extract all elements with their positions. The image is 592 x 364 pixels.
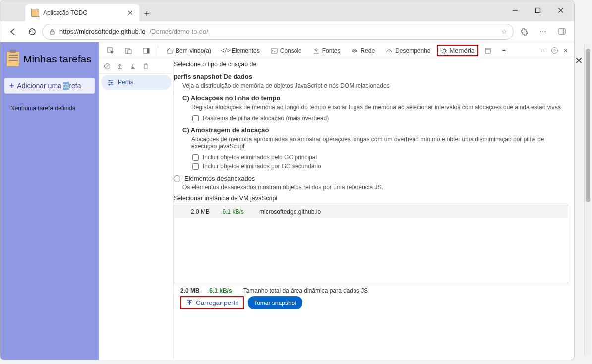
- svg-text:?: ?: [553, 48, 556, 53]
- sidebar-item-profiles[interactable]: Perfis: [101, 75, 171, 90]
- app-sidebar: Minhas tarefas + Adicionar uma tarefa Ne…: [0, 42, 99, 360]
- sampling-desc: Alocações de memória aproximadas ao amos…: [191, 136, 568, 150]
- svg-point-15: [443, 49, 446, 52]
- svg-point-24: [109, 84, 110, 86]
- upload-arrow-icon: [186, 300, 193, 306]
- url-path: /Demos/demo-to-do/: [149, 28, 208, 35]
- tab-title: Aplicação TODO: [43, 9, 123, 16]
- timeline-title: C) Alocações no linha do tempo: [182, 94, 568, 102]
- timeline-desc: Registar alocações de memória ao longo d…: [191, 104, 568, 111]
- sampling-minor-gc-checkbox[interactable]: Incluir objetos eliminados por GC secund…: [192, 163, 568, 170]
- tab-sources[interactable]: Fontes: [308, 42, 346, 59]
- svg-rect-1: [536, 8, 540, 13]
- heap-snapshot-title: perfis snapshot De dados: [174, 73, 568, 80]
- no-task-text: Nenhuma tarefa definida: [2, 99, 97, 118]
- footer-size: 2.0 MB: [180, 287, 200, 294]
- sampling-major-gc-checkbox[interactable]: Incluir objetos eliminados pelo GC princ…: [192, 154, 568, 161]
- tab-performance[interactable]: Desempenho: [381, 42, 435, 59]
- svg-point-14: [354, 52, 355, 53]
- refresh-button[interactable]: [23, 23, 40, 40]
- trash-icon[interactable]: [142, 62, 150, 70]
- tab-close-icon[interactable]: ✕: [127, 9, 133, 17]
- svg-point-22: [109, 80, 111, 82]
- heap-snapshot-desc: Veja a distribuição de memória de objeto…: [182, 82, 568, 89]
- download-icon[interactable]: [129, 62, 137, 70]
- sidebar-button[interactable]: [553, 23, 570, 40]
- browser-tab[interactable]: Aplicação TODO ✕: [25, 4, 139, 21]
- svg-rect-4: [50, 31, 54, 34]
- svg-rect-11: [147, 48, 149, 53]
- url-host: https://microsoftedge.github.io: [59, 28, 145, 35]
- tab-application[interactable]: [479, 42, 496, 59]
- plus-icon: +: [9, 81, 14, 90]
- new-tab-button[interactable]: +: [139, 6, 154, 21]
- footer-rate: 6.1 kB/s: [207, 287, 237, 294]
- scrollbar-thumb[interactable]: [586, 49, 590, 202]
- app-title: Minhas tarefas: [23, 53, 92, 65]
- favorite-icon[interactable]: ☆: [501, 28, 507, 35]
- outer-close-icon[interactable]: ✕: [575, 55, 583, 66]
- clipboard-icon: [6, 51, 19, 67]
- sampling-title: C) Amostragem de alocação: [182, 126, 568, 134]
- tab-memory-highlighted[interactable]: Memória: [437, 45, 479, 56]
- back-button[interactable]: [4, 23, 21, 40]
- svg-rect-16: [485, 48, 490, 53]
- vm-instance-row[interactable]: 2.0 MB 6.1 kB/s microsoftedge.github.io: [174, 205, 568, 218]
- svg-point-23: [111, 82, 113, 84]
- window-maximize-button[interactable]: [529, 3, 547, 17]
- devtools-help-button[interactable]: ?: [551, 47, 558, 54]
- tab-elements[interactable]: </>Elementos: [217, 42, 265, 59]
- svg-line-21: [105, 64, 109, 68]
- detached-desc: Os elementos desanexados mostram objetos…: [182, 184, 568, 191]
- tab-network[interactable]: Rede: [346, 42, 380, 59]
- vm-section-title: Selecionar instância de VM javaScript: [174, 195, 568, 202]
- select-type-label: Selecione o tipo de criação de: [174, 61, 568, 68]
- clear-icon[interactable]: [103, 62, 111, 70]
- detached-elements-radio[interactable]: Elementos desanexados: [174, 175, 568, 182]
- lock-icon: [49, 28, 56, 35]
- vm-instance-list: 2.0 MB 6.1 kB/s microsoftedge.github.io: [174, 205, 568, 283]
- devtools-more-button[interactable]: ···: [541, 47, 546, 54]
- svg-rect-5: [559, 29, 565, 34]
- add-task-input[interactable]: + Adicionar uma tarefa: [4, 78, 95, 94]
- svg-rect-12: [271, 48, 277, 53]
- take-snapshot-button[interactable]: Tomar snapshot: [248, 296, 302, 309]
- clipboard-favicon-icon: [31, 9, 39, 17]
- inspect-button[interactable]: [102, 42, 119, 59]
- sliders-icon: [107, 79, 114, 86]
- tab-welcome[interactable]: Bem-vindo(a): [161, 42, 216, 59]
- dock-side-button[interactable]: [138, 42, 155, 59]
- timeline-stack-checkbox[interactable]: Rastreios de pilha de alocação (mais ove…: [192, 115, 568, 121]
- svg-point-13: [315, 49, 317, 51]
- outer-scrollbar[interactable]: [584, 44, 591, 356]
- window-close-button[interactable]: [551, 3, 570, 17]
- tab-console[interactable]: Console: [266, 42, 307, 59]
- menu-button[interactable]: ···: [534, 23, 551, 40]
- address-bar[interactable]: https://microsoftedge.github.io/Demos/de…: [42, 24, 514, 40]
- more-tabs-button[interactable]: +: [497, 42, 511, 59]
- load-profile-button[interactable]: Carregar perfil: [180, 296, 244, 309]
- devtools-panel: Bem-vindo(a) </>Elementos Console Fontes…: [99, 42, 574, 360]
- svg-rect-9: [128, 50, 131, 54]
- device-toggle-button[interactable]: [120, 42, 137, 59]
- gear-icon: [441, 47, 448, 54]
- extensions-button[interactable]: [516, 23, 533, 40]
- window-minimize-button[interactable]: [506, 3, 525, 17]
- upload-icon[interactable]: [116, 62, 124, 70]
- footer-heap-label: Tamanho total da área dinâmica para dado…: [243, 287, 368, 294]
- devtools-close-button[interactable]: ✕: [563, 47, 568, 54]
